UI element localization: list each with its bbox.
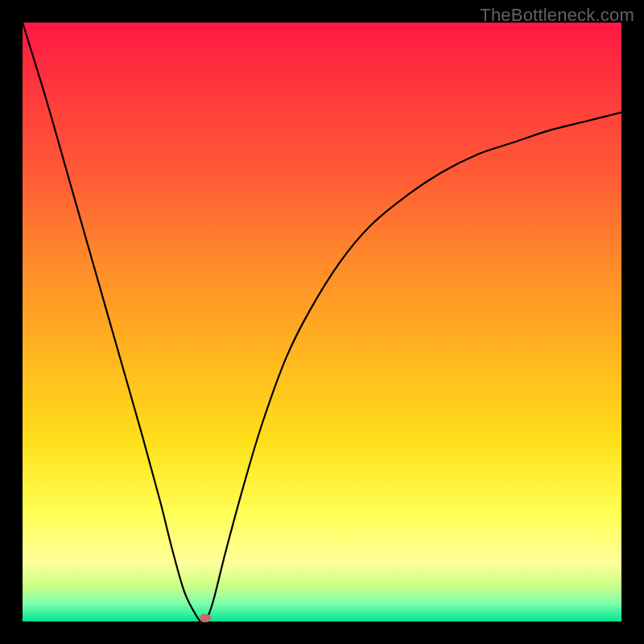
bottleneck-curve [23, 23, 621, 621]
optimal-point-marker [200, 614, 211, 622]
plot-area [23, 23, 621, 621]
chart-frame: TheBottleneck.com [0, 0, 644, 644]
watermark-text: TheBottleneck.com [480, 5, 634, 26]
